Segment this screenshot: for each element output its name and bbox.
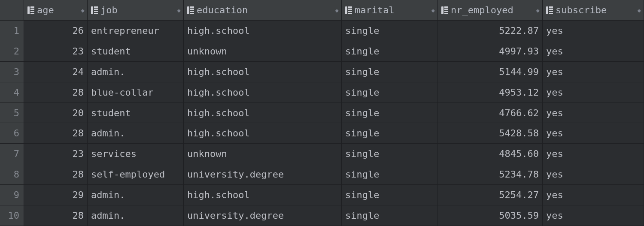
cell-marital[interactable]: single [342,41,438,62]
cell-subscribe[interactable]: yes [543,82,644,103]
cell-job[interactable]: self-employed [88,164,184,185]
cell-job[interactable]: admin. [88,205,184,226]
row-number[interactable]: 2 [0,41,24,62]
cell-education[interactable]: unknown [184,41,342,62]
row-number[interactable]: 9 [0,185,24,205]
row-number[interactable]: 3 [0,62,24,82]
cell-subscribe[interactable]: yes [543,205,644,226]
column-icon [27,6,34,14]
column-header-nr-employed[interactable]: nr_employed ◆ [438,0,543,21]
cell-age[interactable]: 24 [24,62,88,82]
data-table: age ◆ job ◆ education ◆ marital ◆ nr_emp… [0,0,644,226]
cell-job[interactable]: services [88,144,184,164]
column-label: age [37,0,54,21]
column-icon [441,6,448,14]
cell-age[interactable]: 23 [24,41,88,62]
column-header-marital[interactable]: marital ◆ [342,0,438,21]
cell-education[interactable]: university.degree [184,164,342,185]
cell-marital[interactable]: single [342,205,438,226]
cell-subscribe[interactable]: yes [543,164,644,185]
sort-icon[interactable]: ◆ [81,0,84,21]
cell-job[interactable]: blue-collar [88,82,184,103]
row-number[interactable]: 10 [0,205,24,226]
cell-job[interactable]: admin. [88,123,184,144]
cell-marital[interactable]: single [342,164,438,185]
cell-subscribe[interactable]: yes [543,21,644,41]
column-label: nr_employed [451,0,513,21]
cell-nr-employed[interactable]: 5428.58 [438,123,543,144]
sort-icon[interactable]: ◆ [431,0,434,21]
cell-education[interactable]: high.school [184,123,342,144]
cell-nr-employed[interactable]: 5035.59 [438,205,543,226]
column-label: marital [355,0,395,21]
column-icon [91,6,98,14]
cell-subscribe[interactable]: yes [543,185,644,205]
sort-icon[interactable]: ◆ [638,0,640,21]
cell-nr-employed[interactable]: 5254.27 [438,185,543,205]
cell-subscribe[interactable]: yes [543,41,644,62]
cell-job[interactable]: admin. [88,62,184,82]
column-header-education[interactable]: education ◆ [184,0,342,21]
cell-nr-employed[interactable]: 5222.87 [438,21,543,41]
cell-marital[interactable]: single [342,82,438,103]
cell-nr-employed[interactable]: 4845.60 [438,144,543,164]
cell-age[interactable]: 23 [24,144,88,164]
column-icon [546,6,553,14]
cell-nr-employed[interactable]: 4953.12 [438,82,543,103]
cell-job[interactable]: admin. [88,185,184,205]
cell-nr-employed[interactable]: 5234.78 [438,164,543,185]
cell-nr-employed[interactable]: 4997.93 [438,41,543,62]
cell-nr-employed[interactable]: 4766.62 [438,103,543,124]
cell-marital[interactable]: single [342,185,438,205]
row-number[interactable]: 5 [0,103,24,124]
cell-subscribe[interactable]: yes [543,144,644,164]
cell-education[interactable]: high.school [184,62,342,82]
cell-marital[interactable]: single [342,123,438,144]
sort-icon[interactable]: ◆ [335,0,338,21]
sort-icon[interactable]: ◆ [536,0,539,21]
cell-marital[interactable]: single [342,103,438,124]
row-header-corner[interactable] [0,0,24,21]
row-number[interactable]: 8 [0,164,24,185]
column-header-subscribe[interactable]: subscribe ◆ [543,0,644,21]
cell-education[interactable]: high.school [184,185,342,205]
cell-subscribe[interactable]: yes [543,123,644,144]
column-label: subscribe [556,0,607,21]
cell-age[interactable]: 29 [24,185,88,205]
cell-subscribe[interactable]: yes [543,103,644,124]
cell-age[interactable]: 28 [24,82,88,103]
cell-age[interactable]: 28 [24,123,88,144]
cell-age[interactable]: 26 [24,21,88,41]
cell-education[interactable]: high.school [184,21,342,41]
cell-marital[interactable]: single [342,21,438,41]
cell-nr-employed[interactable]: 5144.99 [438,62,543,82]
cell-job[interactable]: student [88,103,184,124]
sort-icon[interactable]: ◆ [177,0,180,21]
column-header-age[interactable]: age ◆ [24,0,88,21]
column-label: education [197,0,248,21]
cell-subscribe[interactable]: yes [543,62,644,82]
cell-marital[interactable]: single [342,62,438,82]
column-header-job[interactable]: job ◆ [88,0,184,21]
column-icon [187,6,194,14]
cell-education[interactable]: high.school [184,103,342,124]
cell-education[interactable]: unknown [184,144,342,164]
row-number[interactable]: 7 [0,144,24,164]
cell-age[interactable]: 28 [24,205,88,226]
cell-age[interactable]: 28 [24,164,88,185]
row-number[interactable]: 6 [0,123,24,144]
cell-education[interactable]: university.degree [184,205,342,226]
column-icon [345,6,352,14]
column-label: job [100,0,118,21]
row-number[interactable]: 4 [0,82,24,103]
cell-job[interactable]: entrepreneur [88,21,184,41]
cell-marital[interactable]: single [342,144,438,164]
row-number[interactable]: 1 [0,21,24,41]
cell-age[interactable]: 20 [24,103,88,124]
cell-education[interactable]: high.school [184,82,342,103]
cell-job[interactable]: student [88,41,184,62]
